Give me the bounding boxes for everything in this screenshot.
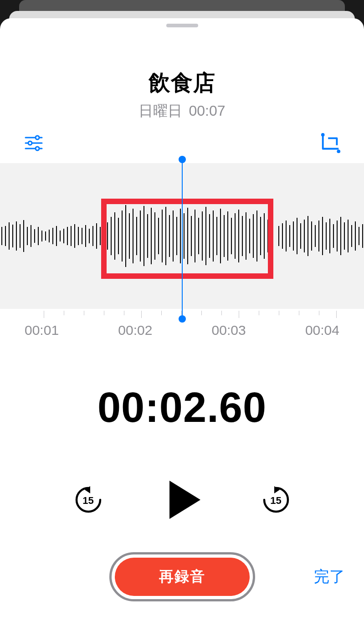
skip-forward-15-button[interactable]: 15	[261, 485, 291, 514]
recording-duration: 00:07	[189, 103, 225, 119]
recording-title: 飲食店	[0, 68, 364, 97]
tool-row	[0, 121, 364, 160]
timeline-label: 00:04	[305, 323, 339, 338]
timeline-label: 00:03	[212, 323, 246, 338]
re-record-label: 再録音	[115, 558, 250, 596]
timeline-label: 00:01	[25, 323, 59, 338]
recording-subtitle: 日曜日00:07	[0, 101, 364, 121]
playhead-line[interactable]	[182, 159, 183, 319]
sheet-grabber-icon[interactable]	[166, 24, 198, 27]
skip-back-15-button[interactable]: 15	[74, 485, 103, 514]
annotation-highlight-box	[101, 199, 273, 279]
svg-point-5	[36, 147, 39, 150]
svg-point-1	[36, 136, 39, 139]
timeline-label: 00:02	[118, 323, 152, 338]
crop-icon[interactable]	[319, 132, 341, 154]
skip-forward-label: 15	[261, 485, 291, 514]
done-button[interactable]: 完了	[314, 566, 345, 587]
re-record-button[interactable]: 再録音	[109, 552, 255, 601]
timeline-labels: 00:01 00:02 00:03 00:04	[0, 320, 364, 338]
play-button[interactable]	[169, 481, 200, 519]
waveform-area[interactable]	[0, 163, 364, 309]
settings-sliders-icon[interactable]	[23, 132, 45, 154]
playback-controls: 15 15	[0, 481, 364, 519]
skip-back-label: 15	[74, 485, 103, 514]
playhead-handle-top-icon[interactable]	[179, 156, 186, 163]
bottom-action-row: 再録音 完了	[0, 566, 364, 587]
current-time-display: 00:02.60	[0, 384, 364, 431]
svg-point-3	[28, 141, 32, 145]
svg-point-7	[337, 149, 340, 153]
timeline-ruler	[0, 311, 364, 320]
modal-sheet: 飲食店 日曜日00:07	[0, 18, 364, 626]
recording-day: 日曜日	[138, 103, 182, 119]
recording-header: 飲食店 日曜日00:07	[0, 68, 364, 121]
